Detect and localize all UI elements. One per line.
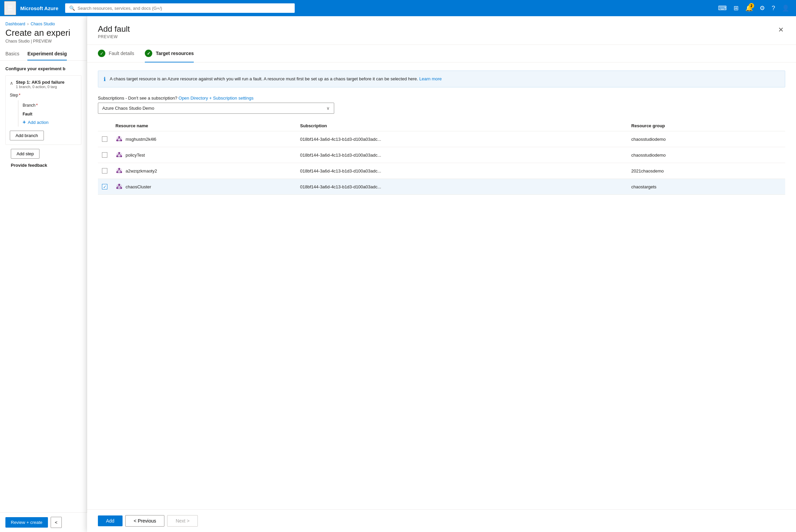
tab-target-resources[interactable]: ✓ Target resources <box>145 45 194 62</box>
resource-name-text: chaosCluster <box>126 184 151 189</box>
breadcrumb-dashboard[interactable]: Dashboard <box>5 22 25 26</box>
config-title: Configure your experiment b <box>5 66 81 71</box>
add-action-plus-icon: + <box>23 119 26 125</box>
row-checkbox-0[interactable] <box>102 136 107 142</box>
subscription-label: Subscriptions - Don't see a subscription… <box>98 96 785 100</box>
row-checkbox-1[interactable] <box>102 152 107 158</box>
notification-count: 2 <box>749 3 754 8</box>
directory-button[interactable]: ⊞ <box>731 2 741 15</box>
subscription-dropdown-text: Azure Chaos Studio Demo <box>102 106 154 111</box>
close-dialog-button[interactable]: ✕ <box>777 24 785 35</box>
dialog-header-text: Add fault PREVIEW <box>98 24 130 39</box>
config-section: Configure your experiment b ∧ Step 1: AK… <box>0 61 87 532</box>
cloud-shell-button[interactable]: ⌨ <box>715 2 729 15</box>
col-subscription: Subscription <box>296 120 627 131</box>
left-panel: Dashboard › Chaos Studio Create an exper… <box>0 16 87 532</box>
add-branch-button[interactable]: Add branch <box>10 131 44 140</box>
resource-group-cell: chaosstudiodemo <box>627 147 785 163</box>
account-icon: 👤 <box>782 4 789 12</box>
prev-button-left[interactable]: < <box>51 517 62 528</box>
svg-point-8 <box>118 152 120 154</box>
resource-group-cell: chaosstudiodemo <box>627 131 785 147</box>
table-row[interactable]: msghustm2k4l6018bf144-3a6d-4c13-b1d3-d10… <box>98 131 785 147</box>
open-directory-link[interactable]: Open Directory + Subscription settings <box>178 96 253 100</box>
right-panel: Add fault PREVIEW ✕ ✓ Fault details ✓ Ta… <box>87 16 796 532</box>
search-bar[interactable]: 🔍 <box>65 3 295 13</box>
tab-basics[interactable]: Basics <box>5 48 19 60</box>
aks-icon <box>115 167 123 174</box>
step-field: Step * <box>10 93 77 98</box>
settings-button[interactable]: ⚙ <box>757 2 767 15</box>
directory-icon: ⊞ <box>734 4 739 12</box>
branch-container: Branch * Fault + Add action <box>18 100 77 127</box>
tab-fault-details[interactable]: ✓ Fault details <box>98 45 134 62</box>
svg-point-1 <box>118 136 120 138</box>
page-subtitle: Chaos Studio | PREVIEW <box>0 39 87 48</box>
aks-icon <box>115 183 123 190</box>
add-step-button[interactable]: Add step <box>11 149 39 159</box>
dialog-title: Add fault <box>98 24 130 34</box>
resource-group-cell: 2021chaosdemo <box>627 163 785 179</box>
subscription-cell: 018bf144-3a6d-4c13-b1d3-d100a03adc... <box>296 163 627 179</box>
subscription-dropdown[interactable]: Azure Chaos Studio Demo ∨ <box>98 102 334 114</box>
nav-icons: ⌨ ⊞ 🔔 2 ⚙ ? 👤 <box>715 2 792 15</box>
breadcrumb-chaos-studio[interactable]: Chaos Studio <box>31 22 55 26</box>
row-checkbox-2[interactable] <box>102 168 107 173</box>
settings-icon: ⚙ <box>760 4 765 12</box>
learn-more-link[interactable]: Learn more <box>419 76 441 81</box>
account-button[interactable]: 👤 <box>779 2 792 15</box>
resources-table: Resource name Subscription Resource grou… <box>98 120 785 195</box>
dialog-body: ℹ A chaos target resource is an Azure re… <box>87 62 796 509</box>
col-checkbox <box>98 120 111 131</box>
info-text: A chaos target resource is an Azure reso… <box>110 76 442 82</box>
subscription-cell: 018bf144-3a6d-4c13-b1d3-d100a03adc... <box>296 179 627 195</box>
help-button[interactable]: ? <box>769 2 778 15</box>
svg-point-22 <box>118 184 120 186</box>
row-checkbox-3[interactable]: ✓ <box>102 184 107 189</box>
subscription-cell: 018bf144-3a6d-4c13-b1d3-d100a03adc... <box>296 131 627 147</box>
step-header: ∧ Step 1: AKS pod failure 1 branch, 0 ac… <box>6 76 81 93</box>
page-title: Create an experi <box>0 26 87 39</box>
aks-icon <box>115 151 123 159</box>
help-icon: ? <box>772 5 775 12</box>
target-resources-check-icon: ✓ <box>145 50 152 57</box>
step-chevron-icon[interactable]: ∧ <box>10 80 13 86</box>
subscription-cell: 018bf144-3a6d-4c13-b1d3-d100a03adc... <box>296 147 627 163</box>
info-icon: ℹ <box>103 76 106 82</box>
step-box: ∧ Step 1: AKS pod failure 1 branch, 0 ac… <box>5 75 81 145</box>
resource-name-text: a2wzqzkmaoty2 <box>126 168 157 173</box>
dialog-tabs: ✓ Fault details ✓ Target resources <box>87 45 796 62</box>
resource-name-text: policyTest <box>126 153 145 158</box>
bottom-bar: Review + create < <box>0 512 87 532</box>
table-row[interactable]: policyTest018bf144-3a6d-4c13-b1d3-d100a0… <box>98 147 785 163</box>
review-create-button[interactable]: Review + create <box>5 517 48 528</box>
add-action-button[interactable]: + Add action <box>23 118 49 127</box>
main-layout: Dashboard › Chaos Studio Create an exper… <box>0 16 796 532</box>
search-input[interactable] <box>78 6 291 11</box>
previous-button[interactable]: < Previous <box>125 515 165 527</box>
tab-experiment-design[interactable]: Experiment desig <box>27 48 67 60</box>
notifications-button[interactable]: 🔔 2 <box>743 2 756 15</box>
table-row[interactable]: a2wzqzkmaoty2018bf144-3a6d-4c13-b1d3-d10… <box>98 163 785 179</box>
provide-feedback: Provide feedback <box>5 159 81 172</box>
resource-group-cell: chaostargets <box>627 179 785 195</box>
add-button[interactable]: Add <box>98 515 122 526</box>
info-box: ℹ A chaos target resource is an Azure re… <box>98 71 785 88</box>
branch-label: Branch * <box>23 103 77 108</box>
step-name: Step 1: AKS pod failure <box>16 80 77 85</box>
breadcrumb: Dashboard › Chaos Studio <box>0 16 87 26</box>
subscription-row: Subscriptions - Don't see a subscription… <box>98 96 785 114</box>
step-label: Step * <box>10 93 77 98</box>
col-resource-name: Resource name <box>111 120 296 131</box>
table-header-row: Resource name Subscription Resource grou… <box>98 120 785 131</box>
step-meta: 1 branch, 0 action, 0 targ <box>16 85 77 89</box>
dialog-header: Add fault PREVIEW ✕ <box>87 16 796 45</box>
hamburger-menu-button[interactable]: ☰ <box>4 1 16 15</box>
cloud-shell-icon: ⌨ <box>718 4 727 12</box>
table-row[interactable]: ✓ chaosCluster018bf144-3a6d-4c13-b1d3-d1… <box>98 179 785 195</box>
svg-point-15 <box>118 168 120 170</box>
resource-name-text: msghustm2k4l6 <box>126 137 156 142</box>
dialog-subtitle: PREVIEW <box>98 34 130 39</box>
top-navigation: ☰ Microsoft Azure 🔍 ⌨ ⊞ 🔔 2 ⚙ ? 👤 <box>0 0 796 16</box>
next-button: Next > <box>167 515 198 527</box>
